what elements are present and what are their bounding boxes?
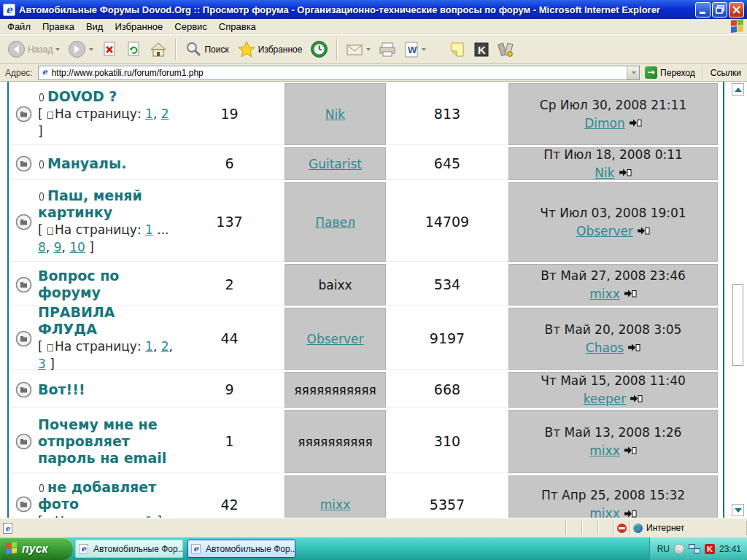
- page-number-link[interactable]: 8: [38, 240, 46, 254]
- views-cell: 9197: [387, 308, 508, 370]
- views-cell: 534: [387, 264, 508, 306]
- attachment-paperclip-icon: [39, 484, 44, 492]
- start-flag-icon: [6, 542, 18, 556]
- topic-row: DOVOD ?[ На страницу: 1, 2 ]19Nik813Ср И…: [10, 83, 721, 145]
- search-icon: [185, 41, 202, 58]
- topic-title-link[interactable]: Почему мне не отпровляет пароль на email: [38, 416, 166, 466]
- page-number-link[interactable]: 9: [54, 240, 62, 254]
- notes-button[interactable]: [446, 39, 468, 60]
- author-link[interactable]: Nik: [325, 107, 345, 122]
- topic-row: Почему мне не отпровляет пароль на email…: [10, 410, 721, 473]
- vertical-scrollbar[interactable]: [731, 82, 745, 518]
- page-number-link[interactable]: 1: [145, 106, 153, 121]
- forward-button[interactable]: [65, 38, 96, 61]
- views-cell: 14709: [387, 182, 508, 262]
- kaspersky-tray-icon[interactable]: K: [705, 544, 715, 554]
- last-post-user-link[interactable]: Dimon: [584, 114, 625, 133]
- restore-button[interactable]: [712, 2, 727, 18]
- page-number-link[interactable]: 1: [145, 339, 153, 354]
- last-post-user-link[interactable]: keeper: [584, 390, 626, 408]
- goto-last-post-icon[interactable]: [630, 394, 643, 403]
- goto-last-post-icon[interactable]: [624, 289, 637, 298]
- topic-folder-icon: [15, 155, 32, 172]
- links-toolbar[interactable]: Ссылки: [705, 68, 747, 78]
- privacy-report-icon[interactable]: [617, 524, 627, 533]
- scroll-down-button[interactable]: [732, 504, 744, 516]
- taskbar-window-1[interactable]: e Автомобильные Фор...: [75, 540, 183, 558]
- history-button[interactable]: [307, 38, 331, 61]
- page-number-link[interactable]: 1: [145, 514, 153, 518]
- stop-button[interactable]: [98, 39, 120, 61]
- hide-icons-button[interactable]: [674, 544, 684, 554]
- start-button[interactable]: пуск: [0, 537, 73, 560]
- go-button[interactable]: → Переход: [640, 65, 700, 81]
- author-link[interactable]: mixx: [320, 497, 350, 512]
- tools-button[interactable]: [495, 39, 518, 60]
- address-dropdown-button[interactable]: [627, 66, 639, 79]
- page-number-link[interactable]: 1: [145, 222, 153, 237]
- topic-title-link[interactable]: ПРАВИЛА ФЛУДА: [38, 304, 115, 337]
- topic-title-cell: Вот!!!: [36, 372, 175, 408]
- page-number-link[interactable]: 2: [161, 106, 169, 121]
- search-button[interactable]: Поиск: [182, 39, 231, 61]
- internet-zone-icon: [633, 524, 643, 533]
- page-number-link[interactable]: 3: [38, 357, 46, 371]
- last-post-date: Вт Май 20, 2008 3:05: [545, 321, 682, 339]
- goto-last-post-icon[interactable]: [624, 446, 637, 455]
- goto-last-post-icon[interactable]: [630, 119, 642, 128]
- last-post-user-link[interactable]: mixx: [589, 505, 619, 518]
- menu-favorites[interactable]: Избранное: [109, 20, 169, 34]
- last-post-user-link[interactable]: mixx: [589, 442, 619, 460]
- close-button[interactable]: [729, 2, 744, 18]
- goto-last-post-icon[interactable]: [628, 343, 640, 352]
- topic-title-link[interactable]: Вот!!!: [38, 381, 85, 397]
- taskbar-window-2[interactable]: e Автомобильные Фор...: [187, 540, 295, 558]
- scrollbar-thumb[interactable]: [732, 284, 743, 366]
- last-post-user-link[interactable]: Nik: [595, 164, 614, 182]
- minimize-button[interactable]: [695, 2, 711, 18]
- author-cell: Павел: [285, 182, 386, 262]
- ie-logo-icon: e: [3, 4, 15, 16]
- menu-tools[interactable]: Сервис: [169, 20, 213, 34]
- menu-view[interactable]: Вид: [80, 20, 109, 34]
- topic-title-link[interactable]: Мануалы.: [47, 155, 126, 171]
- mail-button[interactable]: [343, 40, 374, 59]
- network-tray-icon[interactable]: [689, 544, 700, 553]
- menu-edit[interactable]: Правка: [36, 20, 80, 34]
- author-link[interactable]: Observer: [307, 332, 364, 346]
- topic-folder-icon: [15, 330, 32, 347]
- topic-title-link[interactable]: Вопрос по форуму: [38, 268, 119, 300]
- menu-bar: Файл Правка Вид Избранное Сервис Справка: [0, 19, 747, 34]
- edit-word-button[interactable]: W: [401, 39, 429, 60]
- kaspersky-toolbar-button[interactable]: K: [471, 39, 492, 60]
- menu-file[interactable]: Файл: [1, 20, 36, 34]
- goto-last-post-icon[interactable]: [638, 227, 650, 236]
- topic-folder-icon: [15, 214, 32, 230]
- address-input[interactable]: e http://www.pokatili.ru/forum/forum1.ph…: [38, 66, 640, 80]
- author-link[interactable]: Павел: [315, 215, 355, 230]
- page-number-link[interactable]: 10: [69, 240, 85, 254]
- topic-title-link[interactable]: Паш, меняй картинку: [38, 187, 142, 220]
- topic-folder-icon: [15, 276, 32, 293]
- last-post-user-link[interactable]: Observer: [576, 222, 633, 241]
- goto-last-post-icon[interactable]: [624, 510, 637, 518]
- tools-icon: [498, 42, 515, 58]
- author-link[interactable]: Guitarist: [309, 157, 362, 171]
- last-post-cell: Пт Июл 18, 2008 0:11Nik: [508, 147, 718, 180]
- last-post-user-link[interactable]: mixx: [589, 285, 619, 303]
- last-post-user-link[interactable]: Chaos: [586, 339, 624, 357]
- goto-last-post-icon[interactable]: [619, 168, 632, 177]
- refresh-button[interactable]: [123, 39, 144, 61]
- menu-help[interactable]: Справка: [213, 20, 262, 34]
- scroll-up-button[interactable]: [732, 83, 744, 96]
- topic-title-link[interactable]: не добавляет фото: [38, 479, 156, 512]
- home-button[interactable]: [147, 39, 170, 61]
- topic-title-link[interactable]: DOVOD ?: [47, 88, 117, 104]
- print-button[interactable]: [376, 39, 399, 60]
- word-icon: W: [404, 42, 419, 58]
- favorites-button[interactable]: Избранное: [234, 38, 306, 61]
- language-indicator[interactable]: RU: [657, 544, 670, 554]
- back-icon: [7, 40, 26, 58]
- back-button[interactable]: Назад: [4, 38, 63, 61]
- page-number-link[interactable]: 2: [161, 339, 169, 354]
